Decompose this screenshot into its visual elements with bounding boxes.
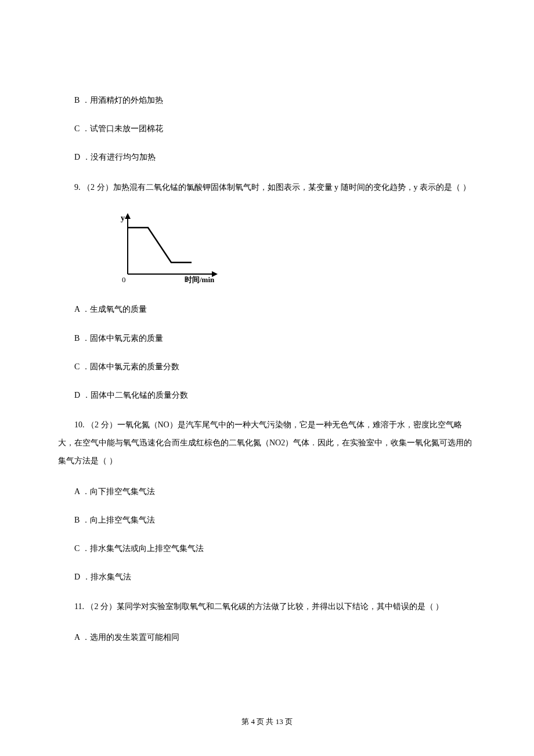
q9-stem: 9. （2 分）加热混有二氧化锰的氯酸钾固体制氧气时，如图表示，某变量 y 随时…	[58, 179, 476, 197]
q10-option-b: B ．向上排空气集气法	[58, 513, 476, 527]
q9-option-a: A ．生成氧气的质量	[58, 302, 476, 316]
y-axis-arrow	[125, 213, 131, 219]
q8-option-c: C ．试管口未放一团棉花	[58, 121, 476, 136]
q9-option-b: B ．固体中氧元素的质量	[58, 331, 476, 345]
origin-label: 0	[122, 275, 126, 284]
q11-option-a: A ．选用的发生装置可能相同	[58, 630, 476, 645]
q9-stem-text: 9. （2 分）加热混有二氧化锰的氯酸钾固体制氧气时，如图表示，某变量 y 随时…	[74, 183, 471, 192]
x-label: 时间/min	[185, 275, 215, 284]
q9-chart: y 0 时间/min	[116, 210, 221, 286]
page-footer: 第 4 页 共 13 页	[0, 717, 534, 727]
q10-option-d: D ．排水集气法	[58, 570, 476, 584]
q8-option-b: B ．用酒精灯的外焰加热	[58, 93, 476, 107]
q10-option-a: A ．向下排空气集气法	[58, 484, 476, 499]
q8-option-d: D ．没有进行均匀加热	[58, 150, 476, 164]
q9-option-d: D ．固体中二氧化锰的质量分数	[58, 388, 476, 402]
q11-stem-text: 11. （2 分）某同学对实验室制取氧气和二氧化碳的方法做了比较，并得出以下结论…	[74, 602, 443, 611]
q11-stem: 11. （2 分）某同学对实验室制取氧气和二氧化碳的方法做了比较，并得出以下结论…	[58, 598, 476, 616]
curve	[128, 228, 192, 262]
q10-stem: 10. （2 分）一氧化氮（NO）是汽车尾气中的一种大气污染物，它是一种无色气体…	[58, 416, 476, 470]
q9-option-c: C ．固体中氯元素的质量分数	[58, 359, 476, 374]
y-label: y	[121, 214, 125, 222]
q10-option-c: C ．排水集气法或向上排空气集气法	[58, 541, 476, 556]
q10-stem-text: 10. （2 分）一氧化氮（NO）是汽车尾气中的一种大气污染物，它是一种无色气体…	[58, 420, 472, 465]
